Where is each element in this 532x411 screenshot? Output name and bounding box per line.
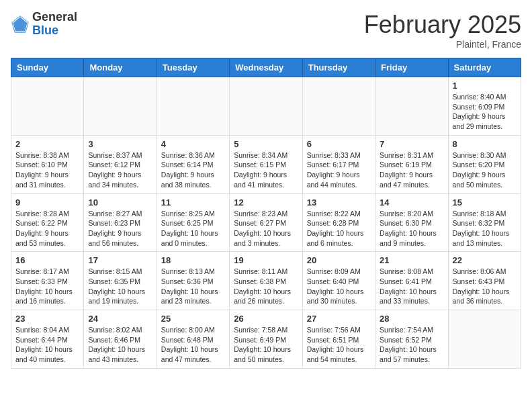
calendar-cell: 20Sunrise: 8:09 AM Sunset: 6:40 PM Dayli…	[302, 252, 375, 310]
logo-text: General Blue	[32, 11, 77, 38]
day-number: 20	[307, 255, 371, 265]
calendar-cell	[448, 310, 521, 369]
day-header-friday: Friday	[375, 58, 448, 77]
day-info: Sunrise: 8:08 AM Sunset: 6:41 PM Dayligh…	[380, 267, 443, 306]
calendar-cell: 25Sunrise: 8:00 AM Sunset: 6:48 PM Dayli…	[157, 310, 229, 369]
calendar-cell: 2Sunrise: 8:38 AM Sunset: 6:10 PM Daylig…	[11, 135, 84, 193]
calendar-cell: 12Sunrise: 8:23 AM Sunset: 6:27 PM Dayli…	[230, 193, 302, 252]
day-header-tuesday: Tuesday	[157, 58, 229, 77]
calendar-cell: 10Sunrise: 8:27 AM Sunset: 6:23 PM Dayli…	[84, 193, 157, 252]
page-header: General Blue February 2025 Plaintel, Fra…	[11, 11, 521, 50]
day-info: Sunrise: 8:34 AM Sunset: 6:15 PM Dayligh…	[234, 150, 298, 190]
day-info: Sunrise: 8:04 AM Sunset: 6:44 PM Dayligh…	[15, 325, 79, 365]
calendar-cell: 27Sunrise: 7:56 AM Sunset: 6:51 PM Dayli…	[302, 310, 375, 369]
logo-icon	[11, 15, 30, 34]
day-number: 15	[453, 197, 517, 208]
day-number: 14	[380, 197, 443, 208]
calendar-cell: 4Sunrise: 8:36 AM Sunset: 6:14 PM Daylig…	[157, 135, 229, 193]
day-info: Sunrise: 8:31 AM Sunset: 6:19 PM Dayligh…	[380, 150, 443, 190]
day-number: 21	[380, 255, 443, 265]
title-block: February 2025 Plaintel, France	[364, 11, 521, 50]
day-info: Sunrise: 8:25 AM Sunset: 6:25 PM Dayligh…	[161, 209, 225, 248]
day-info: Sunrise: 8:00 AM Sunset: 6:48 PM Dayligh…	[161, 325, 225, 365]
week-row-3: 9Sunrise: 8:28 AM Sunset: 6:22 PM Daylig…	[11, 193, 521, 252]
day-info: Sunrise: 8:30 AM Sunset: 6:20 PM Dayligh…	[453, 150, 517, 190]
day-number: 6	[307, 139, 371, 149]
calendar-cell: 26Sunrise: 7:58 AM Sunset: 6:49 PM Dayli…	[230, 310, 302, 369]
day-info: Sunrise: 8:02 AM Sunset: 6:46 PM Dayligh…	[88, 325, 152, 365]
calendar-cell	[84, 77, 157, 136]
day-number: 11	[161, 197, 225, 208]
calendar-table: SundayMondayTuesdayWednesdayThursdayFrid…	[11, 58, 521, 369]
day-info: Sunrise: 8:13 AM Sunset: 6:36 PM Dayligh…	[161, 267, 225, 306]
calendar-cell: 13Sunrise: 8:22 AM Sunset: 6:28 PM Dayli…	[302, 193, 375, 252]
day-info: Sunrise: 8:18 AM Sunset: 6:32 PM Dayligh…	[453, 209, 517, 248]
calendar-cell: 11Sunrise: 8:25 AM Sunset: 6:25 PM Dayli…	[157, 193, 229, 252]
day-number: 28	[380, 314, 443, 324]
week-row-2: 2Sunrise: 8:38 AM Sunset: 6:10 PM Daylig…	[11, 135, 521, 193]
logo-general: General	[32, 11, 77, 24]
calendar-cell: 9Sunrise: 8:28 AM Sunset: 6:22 PM Daylig…	[11, 193, 84, 252]
day-number: 13	[307, 197, 371, 208]
day-info: Sunrise: 8:40 AM Sunset: 6:09 PM Dayligh…	[453, 92, 517, 132]
calendar-cell: 6Sunrise: 8:33 AM Sunset: 6:17 PM Daylig…	[302, 135, 375, 193]
calendar-cell: 28Sunrise: 7:54 AM Sunset: 6:52 PM Dayli…	[375, 310, 448, 369]
calendar-header-row: SundayMondayTuesdayWednesdayThursdayFrid…	[11, 58, 521, 77]
calendar-cell: 16Sunrise: 8:17 AM Sunset: 6:33 PM Dayli…	[11, 252, 84, 310]
day-number: 7	[380, 139, 443, 149]
calendar-cell	[11, 77, 84, 136]
day-header-monday: Monday	[84, 58, 157, 77]
calendar-cell	[230, 77, 302, 136]
day-number: 8	[453, 139, 517, 149]
day-info: Sunrise: 8:22 AM Sunset: 6:28 PM Dayligh…	[307, 209, 371, 248]
week-row-1: 1Sunrise: 8:40 AM Sunset: 6:09 PM Daylig…	[11, 77, 521, 136]
day-info: Sunrise: 8:33 AM Sunset: 6:17 PM Dayligh…	[307, 150, 371, 190]
day-info: Sunrise: 7:58 AM Sunset: 6:49 PM Dayligh…	[234, 325, 298, 365]
day-info: Sunrise: 8:23 AM Sunset: 6:27 PM Dayligh…	[234, 209, 298, 248]
week-row-5: 23Sunrise: 8:04 AM Sunset: 6:44 PM Dayli…	[11, 310, 521, 369]
day-info: Sunrise: 8:17 AM Sunset: 6:33 PM Dayligh…	[15, 267, 79, 306]
day-info: Sunrise: 8:27 AM Sunset: 6:23 PM Dayligh…	[88, 209, 152, 248]
day-number: 12	[234, 197, 298, 208]
day-info: Sunrise: 8:37 AM Sunset: 6:12 PM Dayligh…	[88, 150, 152, 190]
day-number: 26	[234, 314, 298, 324]
calendar-cell: 24Sunrise: 8:02 AM Sunset: 6:46 PM Dayli…	[84, 310, 157, 369]
logo: General Blue	[11, 11, 77, 38]
day-header-saturday: Saturday	[448, 58, 521, 77]
day-info: Sunrise: 8:38 AM Sunset: 6:10 PM Dayligh…	[15, 150, 79, 190]
calendar-cell	[157, 77, 229, 136]
logo-blue: Blue	[32, 24, 77, 38]
day-number: 25	[161, 314, 225, 324]
day-number: 2	[15, 139, 79, 149]
day-info: Sunrise: 7:56 AM Sunset: 6:51 PM Dayligh…	[307, 325, 371, 365]
day-info: Sunrise: 7:54 AM Sunset: 6:52 PM Dayligh…	[380, 325, 443, 365]
day-info: Sunrise: 8:28 AM Sunset: 6:22 PM Dayligh…	[15, 209, 79, 248]
location: Plaintel, France	[364, 39, 521, 50]
calendar-cell: 8Sunrise: 8:30 AM Sunset: 6:20 PM Daylig…	[448, 135, 521, 193]
day-number: 1	[453, 81, 517, 91]
day-info: Sunrise: 8:15 AM Sunset: 6:35 PM Dayligh…	[88, 267, 152, 306]
calendar-cell: 7Sunrise: 8:31 AM Sunset: 6:19 PM Daylig…	[375, 135, 448, 193]
calendar-cell: 5Sunrise: 8:34 AM Sunset: 6:15 PM Daylig…	[230, 135, 302, 193]
week-row-4: 16Sunrise: 8:17 AM Sunset: 6:33 PM Dayli…	[11, 252, 521, 310]
day-number: 9	[15, 197, 79, 208]
calendar-cell	[302, 77, 375, 136]
calendar-cell: 1Sunrise: 8:40 AM Sunset: 6:09 PM Daylig…	[448, 77, 521, 136]
calendar-cell: 14Sunrise: 8:20 AM Sunset: 6:30 PM Dayli…	[375, 193, 448, 252]
calendar-cell	[375, 77, 448, 136]
day-header-thursday: Thursday	[302, 58, 375, 77]
svg-marker-0	[13, 17, 28, 31]
day-number: 27	[307, 314, 371, 324]
day-number: 10	[88, 197, 152, 208]
day-number: 5	[234, 139, 298, 149]
day-number: 17	[88, 255, 152, 265]
day-number: 22	[453, 255, 517, 265]
day-info: Sunrise: 8:09 AM Sunset: 6:40 PM Dayligh…	[307, 267, 371, 306]
month-title: February 2025	[364, 11, 521, 39]
calendar-cell: 18Sunrise: 8:13 AM Sunset: 6:36 PM Dayli…	[157, 252, 229, 310]
day-info: Sunrise: 8:36 AM Sunset: 6:14 PM Dayligh…	[161, 150, 225, 190]
day-number: 16	[15, 255, 79, 265]
calendar-cell: 15Sunrise: 8:18 AM Sunset: 6:32 PM Dayli…	[448, 193, 521, 252]
calendar-cell: 21Sunrise: 8:08 AM Sunset: 6:41 PM Dayli…	[375, 252, 448, 310]
calendar-cell: 19Sunrise: 8:11 AM Sunset: 6:38 PM Dayli…	[230, 252, 302, 310]
